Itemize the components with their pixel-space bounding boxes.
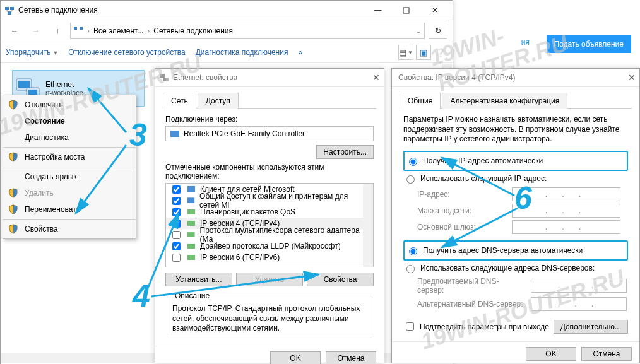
chevron-down-icon[interactable]: ⌄ bbox=[415, 26, 422, 35]
forward-button[interactable]: → bbox=[27, 22, 45, 40]
svg-rect-14 bbox=[187, 197, 194, 203]
organize-menu[interactable]: Упорядочить▼ bbox=[6, 48, 58, 57]
adapter-icon bbox=[170, 129, 180, 139]
gateway-input: . . . bbox=[512, 220, 620, 234]
cancel-button[interactable]: Отмена bbox=[326, 351, 376, 364]
list-item: IP версии 6 (TCP/IPv6) bbox=[166, 252, 373, 263]
ok-button[interactable]: OK bbox=[526, 347, 576, 361]
cancel-button[interactable]: Отмена bbox=[581, 347, 632, 361]
info-text: Параметры IP можно назначать автоматичес… bbox=[403, 115, 628, 144]
ctx-diagnose[interactable]: Диагностика bbox=[3, 129, 136, 146]
radio-auto-ip[interactable]: Получить IP-адрес автоматически bbox=[406, 155, 624, 167]
validate-checkbox[interactable]: Подтвердить параметры при выходе bbox=[403, 320, 549, 332]
svg-rect-9 bbox=[28, 90, 37, 95]
ethernet-icon bbox=[159, 73, 169, 83]
separator bbox=[3, 167, 136, 167]
ctx-rename[interactable]: Переименовать bbox=[3, 201, 136, 218]
refresh-button[interactable]: ↻ bbox=[429, 23, 447, 39]
configure-button[interactable]: Настроить... bbox=[316, 145, 374, 159]
list-item: Протокол мультиплексора сетевого адаптер… bbox=[166, 229, 373, 240]
svg-rect-10 bbox=[160, 74, 165, 78]
shield-icon bbox=[8, 224, 18, 234]
preview-pane-button[interactable]: ▣ bbox=[416, 45, 431, 60]
disable-device-cmd[interactable]: Отключение сетевого устройства bbox=[68, 48, 185, 57]
svg-rect-16 bbox=[187, 221, 195, 226]
dialog-titlebar[interactable]: Свойства: IP версии 4 (TCP/IPv4) ✕ bbox=[392, 69, 639, 87]
diagnose-cmd[interactable]: Диагностика подключения bbox=[196, 48, 288, 57]
post-ad-button[interactable]: Подать объявление bbox=[547, 35, 631, 53]
ethernet-properties-dialog: Ethernet: свойства ✕ Сеть Доступ Подключ… bbox=[155, 68, 384, 363]
advanced-button[interactable]: Дополнительно... bbox=[554, 320, 628, 334]
navigation-bar: ← → ↑ › Все элемент... › Сетевые подключ… bbox=[1, 20, 453, 42]
ctx-properties[interactable]: Свойства bbox=[3, 221, 136, 237]
share-icon bbox=[186, 196, 196, 206]
dialog-title: Ethernet: свойства bbox=[173, 73, 380, 82]
dns1-row: Предпочитаемый DNS-сервер:. . . bbox=[417, 277, 628, 295]
shield-icon bbox=[8, 100, 18, 110]
ip-input: . . . bbox=[512, 187, 620, 201]
svg-rect-13 bbox=[187, 186, 195, 192]
tab-network[interactable]: Сеть bbox=[163, 93, 196, 109]
install-button[interactable]: Установить... bbox=[165, 273, 232, 286]
context-menu: Отключить Состояние Диагностика Настройк… bbox=[3, 95, 136, 239]
ctx-delete[interactable]: Удалить bbox=[3, 185, 136, 201]
page-fragment: ия bbox=[521, 38, 530, 47]
titlebar[interactable]: Сетевые подключения ― ✕ bbox=[1, 1, 453, 20]
tab-general[interactable]: Общие bbox=[400, 93, 441, 109]
svg-rect-3 bbox=[403, 8, 409, 13]
address-bar[interactable]: › Все элемент... › Сетевые подключения ⌄ bbox=[70, 23, 425, 39]
dns1-input: . . . bbox=[531, 279, 627, 293]
back-button[interactable]: ← bbox=[6, 22, 23, 40]
remove-button: Удалить bbox=[236, 273, 303, 286]
network-icon bbox=[4, 5, 15, 15]
svg-rect-0 bbox=[5, 7, 9, 10]
description-header: Описание bbox=[172, 291, 212, 300]
components-list[interactable]: Клиент для сетей Microsoft Общий доступ … bbox=[165, 183, 374, 267]
svg-rect-19 bbox=[187, 255, 195, 260]
radio-static-dns[interactable]: Использовать следующие адреса DNS-сервер… bbox=[403, 262, 628, 274]
protocol-icon bbox=[186, 252, 196, 262]
radio-auto-dns[interactable]: Получить адрес DNS-сервера автоматически bbox=[406, 244, 624, 257]
separator bbox=[3, 147, 136, 148]
svg-rect-5 bbox=[80, 27, 83, 30]
dialog-titlebar[interactable]: Ethernet: свойства ✕ bbox=[155, 69, 384, 87]
location-icon bbox=[73, 26, 83, 36]
client-icon bbox=[186, 184, 196, 194]
up-button[interactable]: ↑ bbox=[49, 22, 66, 40]
ip-row: IP-адрес:. . . bbox=[417, 187, 628, 201]
list-scrollbar[interactable] bbox=[363, 184, 373, 267]
properties-button[interactable]: Свойства bbox=[307, 273, 374, 286]
mask-input: . . . bbox=[512, 204, 620, 218]
mask-row: Маска подсети:. . . bbox=[417, 204, 628, 218]
list-item: Общий доступ к файлам и принтерам для се… bbox=[166, 195, 373, 206]
window-title: Сетевые подключения bbox=[18, 6, 364, 15]
svg-rect-4 bbox=[74, 27, 77, 30]
ok-button[interactable]: OK bbox=[270, 351, 321, 364]
dialog-footer: OK Отмена bbox=[392, 341, 639, 364]
shield-icon bbox=[8, 204, 18, 214]
svg-rect-17 bbox=[187, 232, 195, 237]
ctx-shortcut[interactable]: Создать ярлык bbox=[3, 168, 136, 185]
tab-alternate[interactable]: Альтернативная конфигурация bbox=[442, 93, 567, 109]
auto-ip-group: Получить IP-адрес автоматически bbox=[403, 151, 628, 171]
maximize-button[interactable] bbox=[392, 1, 420, 20]
protocol-icon bbox=[186, 241, 196, 251]
overflow-chevron[interactable]: » bbox=[298, 48, 302, 57]
ctx-bridge[interactable]: Настройка моста bbox=[3, 149, 136, 165]
gw-row: Основной шлюз:. . . bbox=[417, 220, 628, 234]
tab-access[interactable]: Доступ bbox=[198, 93, 239, 109]
crumb-network[interactable]: Сетевые подключения bbox=[153, 26, 233, 35]
ctx-disable[interactable]: Отключить bbox=[3, 97, 136, 113]
crumb-panel[interactable]: Все элемент... bbox=[93, 26, 143, 35]
close-button[interactable]: ✕ bbox=[420, 1, 449, 20]
close-icon[interactable]: ✕ bbox=[628, 73, 636, 83]
minimize-button[interactable]: ― bbox=[364, 1, 392, 20]
close-icon[interactable]: ✕ bbox=[372, 73, 380, 83]
radio-static-ip[interactable]: Использовать следующий IP-адрес: bbox=[403, 172, 628, 185]
shield-icon bbox=[8, 152, 18, 162]
command-bar: Упорядочить▼ Отключение сетевого устройс… bbox=[1, 42, 453, 63]
protocol-icon bbox=[186, 230, 196, 240]
ctx-state[interactable]: Состояние bbox=[3, 113, 136, 129]
view-options-button[interactable]: ▤▼ bbox=[398, 45, 413, 60]
help-button[interactable]: ❔ bbox=[434, 45, 447, 59]
